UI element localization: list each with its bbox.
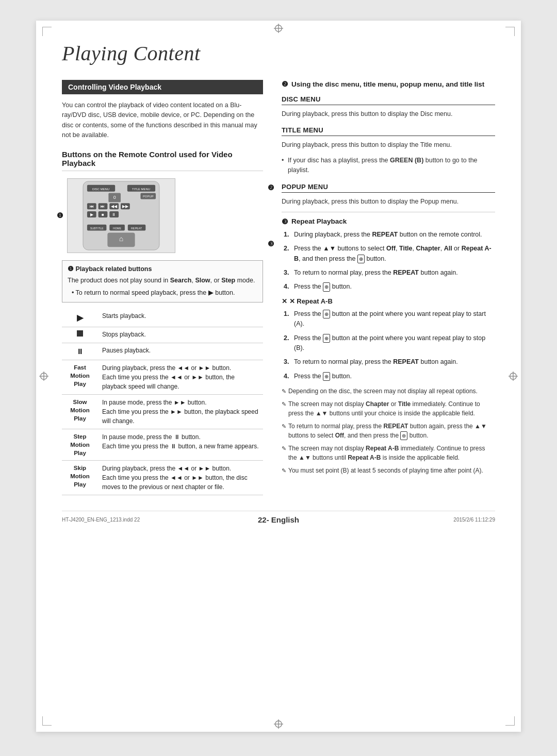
note-3: ✎ To return to normal play, press the RE… (282, 422, 495, 440)
repeat-ab-step-1: 1. Press the ⊕ button at the point where… (284, 309, 495, 329)
page-number: 22- English (206, 515, 351, 524)
table-row: ▶ Starts playback. (62, 309, 263, 327)
corner-mark-tr (505, 27, 515, 36)
svg-text:■: ■ (102, 212, 104, 216)
note-2: ✎ The screen may not display Chapter or … (282, 399, 495, 418)
note-1: ✎ Depending on the disc, the screen may … (282, 387, 495, 396)
table-row-step-motion: StepMotionPlay In pause mode, press the … (62, 429, 263, 460)
svg-text:⏸: ⏸ (112, 212, 116, 216)
table-cell-desc-slow: In pause mode, press the ►► button.Each … (98, 394, 263, 429)
table-row: Stops playback. (62, 327, 263, 343)
repeat-steps-list: 1. During playback, press the REPEAT but… (282, 230, 495, 292)
enter-icon-4: ⊕ (323, 334, 330, 343)
svg-text:⏮: ⏮ (90, 204, 94, 209)
corner-mark-tl (42, 27, 52, 36)
repeat-step-1: 1. During playback, press the REPEAT but… (284, 230, 495, 240)
table-cell-desc: Starts playback. (98, 309, 263, 327)
page-footer: HT-J4200_EN-ENG_1213.indd 22 22- English… (62, 511, 495, 524)
enter-icon: ⊕ (357, 255, 365, 264)
callout3-heading: ❸ Repeat Playback (282, 217, 495, 226)
table-cell-icon: ⏸ (62, 343, 98, 360)
intro-text: You can control the playback of video co… (62, 100, 263, 141)
title-menu-title: TITLE MENU (282, 126, 495, 136)
title-menu-text: During playback, press this button to di… (282, 140, 495, 150)
callout2-heading: ❷ Using the disc menu, title menu, popup… (282, 80, 495, 88)
repeat-ab-step-4: 4. Press the ⊕ button. (284, 372, 495, 381)
footer-file: HT-J4200_EN-ENG_1213.indd 22 (62, 517, 206, 523)
svg-text:▶: ▶ (90, 212, 94, 216)
table-cell-label-slow: SlowMotionPlay (62, 394, 98, 429)
content-area: Controlling Video Playback You can contr… (62, 80, 495, 495)
svg-text:▶▶: ▶▶ (122, 204, 129, 209)
left-column: Controlling Video Playback You can contr… (62, 80, 263, 495)
callout3-icon: ❸ (282, 217, 288, 226)
section-divider (282, 212, 495, 212)
table-cell-label-fast: FastMotionPlay (62, 360, 98, 394)
table-cell-desc: Pauses playback. (98, 343, 263, 360)
reg-mark-bottom (274, 719, 283, 729)
page-title: Playing Content (62, 41, 495, 65)
svg-text:POPUP: POPUP (143, 195, 154, 198)
footer-date: 2015/2/6 11:12:29 (351, 517, 495, 523)
table-row: ⏸ Pauses playback. (62, 343, 263, 360)
remote-svg: DISC MENU TITLE MENU POPUP 0 ⏮ ⏭ ◀◀ (67, 178, 175, 253)
playback-bullet-return: • To return to normal speed playback, pr… (72, 288, 257, 298)
table-row-skip-motion: SkipMotionPlay During playback, press th… (62, 461, 263, 495)
stop-icon (77, 330, 83, 337)
svg-text:DISC MENU: DISC MENU (92, 187, 109, 190)
title-menu-bullet: If your disc has a playlist, press the G… (282, 156, 495, 176)
svg-text:⌂: ⌂ (119, 235, 123, 243)
playback-table: ▶ Starts playback. Stops playback. ⏸ Pau… (62, 309, 263, 495)
svg-text:SUBTITLE: SUBTITLE (90, 226, 104, 229)
popup-menu-text: During playback, press this button to di… (282, 197, 495, 207)
right-column: ❷ Using the disc menu, title menu, popup… (282, 80, 495, 495)
playback-note-box: ❶ Playback related buttons The product d… (62, 260, 263, 303)
enter-icon-6: ⊕ (400, 431, 407, 440)
svg-text:HOME: HOME (113, 226, 122, 229)
popup-menu-title: POPUP MENU (282, 183, 495, 193)
table-row-fast-motion: FastMotionPlay During playback, press th… (62, 360, 263, 394)
callout-2-label: ❷ (268, 183, 274, 192)
enter-icon-2: ⊕ (323, 282, 330, 292)
disc-menu-title: DISC MENU (282, 95, 495, 105)
repeat-step-2: 2. Press the ▲▼ buttons to select Off, T… (284, 244, 495, 264)
note-4: ✎ The screen may not display Repeat A-B … (282, 444, 495, 462)
reg-mark-right (509, 372, 518, 381)
svg-text:REPEAT: REPEAT (131, 226, 142, 229)
playback-note-text: The product does not play sound in Searc… (68, 276, 257, 285)
remote-diagram: ❶ DISC MENU TITLE MENU POPUP 0 (67, 178, 263, 253)
corner-mark-bl (42, 716, 52, 726)
notes-section: ✎ Depending on the disc, the screen may … (282, 387, 495, 475)
page: Playing Content Controlling Video Playba… (36, 21, 521, 732)
table-row-slow-motion: SlowMotionPlay In pause mode, press the … (62, 394, 263, 429)
enter-icon-5: ⊕ (323, 372, 330, 381)
table-cell-desc: Stops playback. (98, 327, 263, 343)
repeat-ab-heading: ✕ ✕ Repeat A-B (282, 297, 495, 305)
table-cell-icon (62, 327, 98, 343)
repeat-step-3: 3. To return to normal play, press the R… (284, 268, 495, 278)
repeat-step-4: 4. Press the ⊕ button. (284, 282, 495, 292)
repeat-ab-step-3: 3. To return to normal play, press the R… (284, 357, 495, 367)
table-cell-desc-step: In pause mode, press the ⏸ button.Each t… (98, 429, 263, 460)
table-cell-desc-skip: During playback, press the ◄◄ or ►► butt… (98, 461, 263, 495)
reg-mark-top (274, 24, 283, 33)
section-header: Controlling Video Playback (62, 80, 263, 94)
callout-1-label: ❶ (57, 211, 63, 220)
svg-text:0: 0 (113, 195, 116, 200)
svg-text:◀◀: ◀◀ (111, 204, 118, 209)
callout2-icon: ❷ (282, 80, 288, 88)
note-5: ✎ You must set point (B) at least 5 seco… (282, 466, 495, 475)
disc-menu-text: During playback, press this button to di… (282, 109, 495, 119)
repeat-ab-step-2: 2. Press the ⊕ button at the point where… (284, 333, 495, 354)
callout-3-label: ❸ (268, 240, 274, 248)
svg-text:TITLE MENU: TITLE MENU (132, 187, 150, 190)
table-cell-label-skip: SkipMotionPlay (62, 461, 98, 495)
table-cell-desc-fast: During playback, press the ◄◄ or ►► butt… (98, 360, 263, 394)
corner-mark-br (505, 716, 515, 726)
table-cell-label-step: StepMotionPlay (62, 429, 98, 460)
repeat-ab-list: 1. Press the ⊕ button at the point where… (282, 309, 495, 381)
svg-text:⏭: ⏭ (101, 204, 105, 209)
playback-note-title: ❶ Playback related buttons (68, 265, 257, 273)
buttons-heading: Buttons on the Remote Control used for V… (62, 150, 263, 171)
enter-icon-3: ⊕ (323, 310, 330, 319)
